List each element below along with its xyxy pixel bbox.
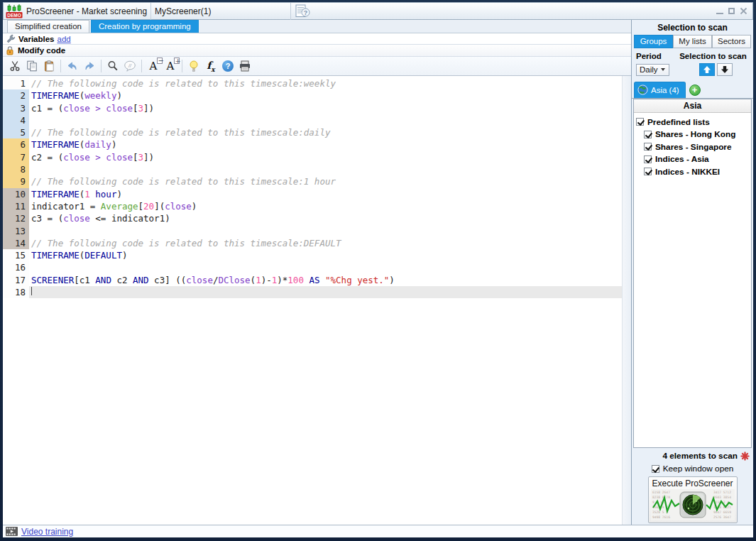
execute-proscreener-button[interactable]: Execute ProScreener 6158 26478238 87709 … xyxy=(648,476,738,523)
line-number: 4 xyxy=(3,114,29,126)
line-number: 7 xyxy=(3,151,29,163)
code-line[interactable]: 15TIMEFRAME(DEFAULT) xyxy=(3,249,622,261)
hint-lightbulb-icon[interactable] xyxy=(185,58,202,75)
modify-code-label: Modify code xyxy=(18,46,65,55)
checkbox[interactable] xyxy=(644,155,652,163)
list-item-label: Predefined lists xyxy=(647,117,710,127)
code-line[interactable]: 5// The following code is related to thi… xyxy=(3,126,622,138)
close-button[interactable] xyxy=(740,7,747,15)
group-tab-bar: Asia (4) + xyxy=(632,80,753,99)
search-icon[interactable] xyxy=(104,58,121,75)
font-decrease-icon[interactable]: A− xyxy=(145,58,162,75)
line-number: 10 xyxy=(3,188,29,200)
code-line[interactable]: 13 xyxy=(3,225,622,237)
copy-icon[interactable] xyxy=(23,58,40,75)
comment-icon[interactable]: // xyxy=(121,58,138,75)
code-line[interactable]: 7c2 = (close > close[3]) xyxy=(3,151,622,163)
selection-to-scan-label: Selection to scan xyxy=(676,52,750,60)
add-group-button[interactable]: + xyxy=(689,84,701,96)
font-increase-icon[interactable]: A+ xyxy=(162,58,179,75)
code-line[interactable]: 3c1 = (close > close[3]) xyxy=(3,102,622,114)
variables-label: Variables xyxy=(18,35,55,43)
editor-scrollbar[interactable] xyxy=(622,76,631,525)
screener-name[interactable]: MyScreener(1) xyxy=(155,6,211,16)
move-down-button[interactable] xyxy=(717,63,733,76)
code-line[interactable]: 1// The following code is related to thi… xyxy=(3,77,622,89)
move-up-button[interactable] xyxy=(699,63,715,76)
line-number: 17 xyxy=(3,274,29,286)
panel-bottom: 4 elements to scan Keep window open Exec… xyxy=(632,448,753,525)
add-variable-link[interactable]: add xyxy=(57,35,71,43)
list-item[interactable]: Predefined lists xyxy=(636,116,749,129)
code-lines: 1// The following code is related to thi… xyxy=(3,76,622,525)
keep-window-open-label: Keep window open xyxy=(663,464,734,474)
selection-tabs: Groups My lists Sectors xyxy=(632,35,753,48)
code-line[interactable]: 8 xyxy=(3,163,622,175)
editor-toolbar: // A− A+ fx ? xyxy=(3,57,631,76)
code-line[interactable]: 17SCREENER[c1 AND c2 AND c3] ((close/DCl… xyxy=(3,274,622,286)
code-line[interactable]: 12c3 = (close <= indicator1) xyxy=(3,212,622,224)
redo-icon[interactable] xyxy=(81,58,98,75)
code-line[interactable]: 6TIMEFRAME(daily) xyxy=(3,138,622,151)
code-line[interactable]: 11indicator1 = Average[20](close) xyxy=(3,200,622,212)
main-content: Simplified creation Creation by programm… xyxy=(3,20,753,525)
demo-badge-icon: DEMO xyxy=(6,4,23,18)
undo-icon[interactable] xyxy=(64,58,81,75)
code-line[interactable]: 2TIMEFRAME(weekly) xyxy=(3,89,622,102)
maximize-button[interactable] xyxy=(728,8,735,14)
elements-count-label: 4 elements to scan xyxy=(662,451,738,461)
checkbox[interactable] xyxy=(644,143,652,151)
list-item-label: Shares - Singapore xyxy=(655,142,732,152)
insert-function-icon[interactable]: fx xyxy=(202,58,219,75)
list-item[interactable]: Indices - Asia xyxy=(636,153,749,166)
selection-panel: Selection to scan Groups My lists Sector… xyxy=(632,20,753,525)
group-tab-asia[interactable]: Asia (4) xyxy=(634,82,686,98)
checkbox[interactable] xyxy=(644,168,652,175)
list-item[interactable]: Indices - NIKKEI xyxy=(636,165,749,178)
tab-my-lists[interactable]: My lists xyxy=(673,35,712,48)
tab-sectors[interactable]: Sectors xyxy=(712,35,751,48)
line-number: 15 xyxy=(3,249,29,261)
help-doc-icon[interactable]: ? xyxy=(295,4,310,18)
footer-bar: Video training xyxy=(3,525,753,537)
line-number: 3 xyxy=(3,102,29,114)
tab-creation-by-programming[interactable]: Creation by programming xyxy=(91,20,199,33)
code-line[interactable]: 18 xyxy=(3,286,622,298)
panel-controls: Daily xyxy=(632,62,753,80)
window-controls xyxy=(716,7,747,15)
wrench-icon xyxy=(6,34,16,44)
tab-groups[interactable]: Groups xyxy=(634,35,673,48)
svg-text:?: ? xyxy=(304,9,308,16)
list-item-label: Shares - Hong Kong xyxy=(655,129,735,139)
clear-selection-icon[interactable] xyxy=(740,452,750,461)
help-icon[interactable]: ? xyxy=(219,58,236,75)
list-item[interactable]: Shares - Hong Kong xyxy=(636,129,749,141)
code-line[interactable]: 16 xyxy=(3,261,622,273)
toolbar-separator xyxy=(141,60,142,72)
group-list-header: Asia xyxy=(634,99,751,113)
execute-button-label: Execute ProScreener xyxy=(650,479,736,489)
cut-icon[interactable] xyxy=(6,58,23,75)
period-dropdown[interactable]: Daily xyxy=(636,64,669,76)
code-line[interactable]: 10TIMEFRAME(1 hour) xyxy=(3,188,622,200)
tab-simplified-creation[interactable]: Simplified creation xyxy=(7,20,89,33)
line-number: 11 xyxy=(3,200,29,212)
minimize-button[interactable] xyxy=(716,8,723,14)
lock-icon xyxy=(5,45,15,55)
line-number: 12 xyxy=(3,212,29,224)
paste-icon[interactable] xyxy=(40,58,57,75)
checkbox[interactable] xyxy=(636,118,644,126)
selection-panel-title: Selection to scan xyxy=(632,20,753,35)
list-item[interactable]: Shares - Singapore xyxy=(636,141,749,153)
line-number: 6 xyxy=(3,138,29,151)
code-line[interactable]: 14// The following code is related to th… xyxy=(3,237,622,249)
scan-list-box: Asia Predefined listsShares - Hong KongS… xyxy=(633,99,752,448)
line-number: 13 xyxy=(3,225,29,237)
checkbox[interactable] xyxy=(644,131,652,138)
code-editor[interactable]: 1// The following code is related to thi… xyxy=(3,76,631,525)
code-line[interactable]: 9// The following code is related to thi… xyxy=(3,175,622,187)
print-icon[interactable] xyxy=(236,58,253,75)
video-training-link[interactable]: Video training xyxy=(21,527,73,537)
keep-window-open-checkbox[interactable] xyxy=(652,465,659,473)
code-line[interactable]: 4 xyxy=(3,114,622,126)
